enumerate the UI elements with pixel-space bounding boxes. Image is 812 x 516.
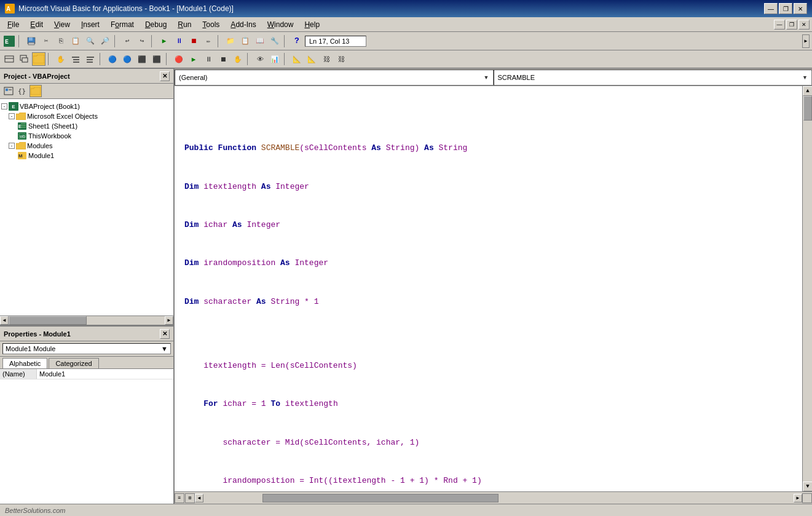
- tb-props[interactable]: 📋: [238, 34, 252, 48]
- code-line-10: scharacter = Mid(sCellContents, ichar, 1…: [184, 437, 792, 450]
- tb2-breakpoint1[interactable]: 🔴: [172, 52, 186, 66]
- toolbar-scroll-right[interactable]: ▶: [802, 34, 810, 48]
- tb-find2[interactable]: 🔎: [98, 34, 112, 48]
- tb2-extra2[interactable]: 📐: [305, 52, 318, 66]
- close-button[interactable]: ✕: [794, 3, 807, 14]
- proj-toggle-folder[interactable]: [30, 85, 42, 97]
- tb-undo[interactable]: ↩: [120, 34, 134, 48]
- tb-run[interactable]: ▶: [157, 34, 171, 48]
- tab-alphabetic[interactable]: Alphabetic: [2, 358, 47, 368]
- proj-view-code[interactable]: {}: [16, 85, 28, 97]
- tb-help[interactable]: ?: [290, 34, 304, 48]
- project-scrollbar-h[interactable]: ◀ ▶: [0, 316, 173, 324]
- code-scroll-up[interactable]: ▲: [803, 86, 812, 96]
- inner-close-button[interactable]: ✕: [798, 20, 810, 30]
- tb2-bookmark[interactable]: 🔵: [106, 52, 119, 66]
- menu-window[interactable]: Window: [262, 19, 299, 30]
- tb2-watch1[interactable]: 👁: [253, 52, 267, 66]
- expand-excel-objects[interactable]: -: [9, 113, 15, 119]
- tb-redo[interactable]: ↪: [135, 34, 149, 48]
- menu-format[interactable]: Format: [106, 19, 139, 30]
- tb-stop[interactable]: ⏹: [187, 34, 200, 48]
- proj-view-obj[interactable]: [2, 85, 15, 97]
- tb2-btn1[interactable]: [2, 52, 16, 66]
- tb2-btn2[interactable]: [17, 52, 31, 66]
- props-module-selector[interactable]: Module1 Module ▼: [0, 341, 173, 357]
- expand-root[interactable]: -: [1, 103, 7, 109]
- code-scrollbar-h[interactable]: ◀ ▶: [195, 494, 802, 502]
- code-hscroll-track[interactable]: [203, 494, 794, 502]
- tb-cut[interactable]: ✂: [39, 34, 53, 48]
- tb2-folder[interactable]: [32, 52, 45, 66]
- tree-excel-objects[interactable]: - Microsoft Excel Objects: [0, 111, 173, 121]
- tb2-hand2[interactable]: ✋: [231, 52, 245, 66]
- tree-root[interactable]: - E VBAProject (Book1): [0, 101, 173, 111]
- restore-button[interactable]: ❐: [779, 3, 792, 14]
- expand-modules[interactable]: -: [9, 143, 15, 149]
- tb2-stop2[interactable]: ⏹: [216, 52, 230, 66]
- tree-thisworkbook[interactable]: wb ThisWorkbook: [0, 131, 173, 141]
- code-view-btn1[interactable]: ≡: [175, 493, 184, 503]
- tb-break[interactable]: ⏸: [172, 34, 186, 48]
- general-dropdown[interactable]: (General) ▼: [175, 69, 494, 85]
- tb2-bookmark2[interactable]: 🔵: [120, 52, 134, 66]
- props-content: (Name) Module1: [0, 369, 173, 504]
- tb-copy[interactable]: ⎘: [54, 34, 68, 48]
- corner-resizer[interactable]: [802, 493, 812, 503]
- tb2-extra3[interactable]: ⛓: [320, 52, 333, 66]
- scroll-track[interactable]: [9, 316, 165, 325]
- title-bar-controls: — ❐ ✕: [764, 3, 807, 14]
- tree-modules[interactable]: - Modules: [0, 141, 173, 151]
- code-hscroll-thumb[interactable]: [262, 494, 499, 502]
- code-scrollbar-v[interactable]: ▲ ▼: [802, 86, 812, 491]
- tb2-bookmark3[interactable]: ⬛: [135, 52, 149, 66]
- minimize-button[interactable]: —: [764, 3, 778, 14]
- tb-excel-icon[interactable]: E: [2, 34, 16, 48]
- menu-insert[interactable]: Insert: [76, 19, 104, 30]
- tb2-hand[interactable]: ✋: [54, 52, 68, 66]
- code-hscroll-left[interactable]: ◀: [195, 494, 203, 502]
- code-scroll-thumb-v[interactable]: [803, 96, 812, 121]
- menu-view[interactable]: View: [49, 19, 75, 30]
- module-select-box[interactable]: Module1 Module ▼: [2, 343, 171, 354]
- code-hscroll-right[interactable]: ▶: [794, 494, 802, 502]
- scroll-left-arrow[interactable]: ◀: [0, 316, 9, 325]
- code-scroll-down[interactable]: ▼: [803, 482, 812, 491]
- tb2-extra4[interactable]: ⛓: [334, 52, 348, 66]
- props-panel-close[interactable]: ✕: [160, 329, 170, 339]
- tb2-watch2[interactable]: 📊: [268, 52, 282, 66]
- tb-obj-browser[interactable]: 📖: [253, 34, 267, 48]
- code-view-btn2[interactable]: ⊞: [185, 493, 195, 503]
- menu-file[interactable]: File: [2, 19, 24, 30]
- tb2-bookmark4[interactable]: ⬛: [150, 52, 164, 66]
- props-name-value[interactable]: Module1: [37, 369, 173, 379]
- menu-tools[interactable]: Tools: [197, 19, 224, 30]
- tab-categorized[interactable]: Categorized: [49, 358, 98, 368]
- tree-module1[interactable]: M Module1: [0, 151, 173, 161]
- code-area[interactable]: Public Function SCRAMBLE(sCellContents A…: [175, 86, 802, 491]
- menu-help[interactable]: Help: [299, 19, 325, 30]
- tb2-indent[interactable]: [69, 52, 82, 66]
- menu-addins[interactable]: Add-Ins: [226, 19, 261, 30]
- tb2-outdent[interactable]: [84, 52, 97, 66]
- code-scroll-track-v[interactable]: [803, 96, 812, 482]
- scramble-dropdown[interactable]: SCRAMBLE ▼: [494, 69, 813, 85]
- tb-toolbox[interactable]: 🔧: [268, 34, 282, 48]
- tb2-extra1[interactable]: 📐: [290, 52, 304, 66]
- inner-restore-button[interactable]: ❐: [786, 20, 797, 30]
- tb-save[interactable]: [25, 34, 38, 48]
- menu-debug[interactable]: Debug: [140, 19, 171, 30]
- scroll-right-arrow[interactable]: ▶: [165, 316, 173, 325]
- menu-run[interactable]: Run: [173, 19, 196, 30]
- tb-project-exp[interactable]: 📁: [224, 34, 237, 48]
- tree-sheet1[interactable]: E Sheet1 (Sheet1): [0, 121, 173, 131]
- tb-find[interactable]: 🔍: [84, 34, 97, 48]
- scroll-thumb[interactable]: [9, 316, 87, 325]
- tb-design[interactable]: ✏: [202, 34, 215, 48]
- menu-edit[interactable]: Edit: [25, 19, 48, 30]
- tb-paste[interactable]: 📋: [69, 34, 82, 48]
- project-panel-close[interactable]: ✕: [160, 71, 170, 81]
- tb2-run2[interactable]: ▶: [187, 52, 200, 66]
- inner-minimize-button[interactable]: —: [774, 20, 785, 30]
- tb2-pause[interactable]: ⏸: [202, 52, 215, 66]
